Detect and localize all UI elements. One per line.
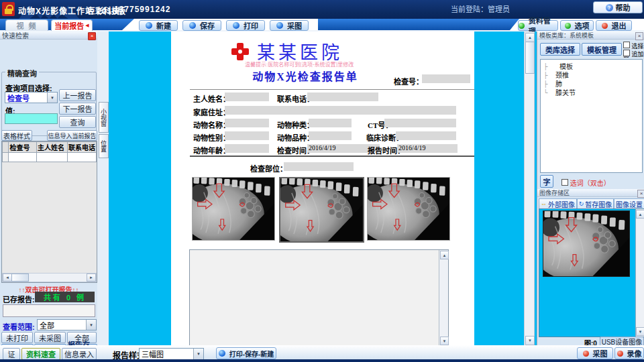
report-list-table[interactable]: 检查号 主人姓名 联系电话 ◄ ►: [1, 141, 97, 283]
options-icon: [565, 23, 571, 29]
panel-close-icon[interactable]: ×: [637, 190, 644, 198]
quick-lookup-tab[interactable]: 资料速查: [21, 348, 60, 360]
image-storage-area: ▲ ▼: [539, 208, 644, 337]
report-page: 某某医院 温馨提示:医院名称可到[选项-系统设置]里修改 动物X光检查报告单 检…: [171, 32, 474, 345]
print-icon: [233, 22, 239, 29]
record-button[interactable]: 录像: [614, 347, 644, 359]
capture-icon: [276, 22, 283, 29]
help-button[interactable]: ? 帮助: [593, 1, 643, 13]
word-select-checkbox[interactable]: 选词（双击）: [561, 178, 610, 188]
table-row[interactable]: [3, 153, 97, 162]
external-images-tab[interactable]: ⇔ 外部图像: [539, 198, 577, 209]
options-button[interactable]: 选项: [560, 20, 594, 31]
template-manage-button[interactable]: 模板管理: [582, 43, 622, 56]
external-images-icon: ⇔: [541, 200, 547, 207]
info-entry-tab[interactable]: 信息录入: [62, 348, 97, 360]
table-hscrollbar[interactable]: ◄ ►: [2, 273, 97, 282]
save-button[interactable]: 保存: [182, 20, 221, 31]
tab-current-report[interactable]: 当前报告 ◀: [51, 19, 93, 31]
query-button[interactable]: 查询: [59, 116, 96, 128]
col-exam-no[interactable]: 检查号: [9, 142, 37, 153]
table-style-button[interactable]: 表格样式: [1, 130, 32, 141]
login-status: 当前登陆：管理员: [451, 3, 510, 14]
exam-no-label: 检查号：: [394, 76, 423, 86]
sex-field[interactable]: [225, 131, 269, 140]
species-field[interactable]: [309, 119, 352, 127]
phone-field[interactable]: [307, 93, 378, 101]
diagnosis-field[interactable]: [396, 131, 456, 140]
prev-report-button[interactable]: 上一报告: [59, 89, 96, 101]
print-button[interactable]: 打印: [226, 20, 265, 31]
import-info-button[interactable]: 信息导入当前报告: [47, 130, 97, 141]
hscroll-thumb[interactable]: [11, 274, 29, 282]
dropdown-arrow-icon[interactable]: ▼: [47, 93, 57, 103]
xray-image-1[interactable]: [192, 177, 275, 241]
char-button[interactable]: 字: [540, 175, 553, 188]
dropdown-arrow-icon[interactable]: ▼: [86, 320, 96, 330]
owner-field[interactable]: [225, 93, 269, 101]
address-field[interactable]: [225, 106, 456, 115]
quick-search-header: 快速检索 ×: [0, 32, 97, 40]
dropdown-arrow-icon[interactable]: ▼: [193, 349, 203, 359]
print-save-new-button[interactable]: 打印-保存-新建: [216, 347, 276, 359]
report-time-field[interactable]: 2016/4/19: [397, 144, 458, 153]
scroll-left-icon[interactable]: ◄: [3, 274, 12, 282]
position-tab[interactable]: 位置: [99, 134, 109, 158]
image-settings-tab[interactable]: 图像设置: [614, 198, 644, 209]
exam-part-label: 检查部位：: [250, 163, 287, 174]
xray-image-3[interactable]: [367, 177, 450, 241]
capture-record-icon: [617, 351, 623, 357]
capture-button[interactable]: 采图: [270, 20, 309, 31]
help-icon: ?: [606, 4, 613, 11]
exit-button[interactable]: 退出: [596, 20, 632, 31]
scroll-up-icon[interactable]: ▲: [440, 251, 449, 259]
textarea-vscrollbar[interactable]: ▲ ▼: [439, 250, 448, 346]
report-style-select[interactable]: 三幅图 ▼: [139, 348, 204, 360]
query-item-select[interactable]: 检查号 ▼: [5, 92, 58, 103]
company-phone: 13775991242: [114, 5, 170, 14]
view-range-select[interactable]: 全部 ▼: [37, 319, 97, 330]
age-field[interactable]: [225, 144, 269, 153]
col-phone[interactable]: 联系电话: [68, 142, 97, 153]
checkbox-icon: [623, 50, 630, 56]
exam-part-field[interactable]: [284, 162, 354, 171]
temp-images-tab[interactable]: ↻ 暂存图像: [577, 198, 614, 209]
new-button[interactable]: 新建: [139, 20, 178, 31]
panel-close-icon[interactable]: ×: [88, 32, 96, 40]
findings-textarea[interactable]: ▲ ▼: [189, 249, 449, 347]
template-panel: 模板类库：系统模板 × 类库选择 模板管理 选择器 追加选入 ├模板 ├颈椎 ├…: [537, 32, 644, 345]
tab-video[interactable]: 视 频: [5, 19, 48, 31]
scroll-right-icon[interactable]: ►: [87, 274, 96, 282]
stored-image-thumbnail[interactable]: [543, 210, 630, 277]
filter-unprinted-button[interactable]: 未打印: [1, 332, 33, 343]
next-report-button[interactable]: 下一报告: [59, 103, 96, 115]
workspace-vscrollbar[interactable]: ▲ ▼: [524, 32, 535, 347]
exam-no-field[interactable]: [422, 74, 470, 83]
vscroll-thumb[interactable]: [525, 42, 535, 74]
scroll-down-icon[interactable]: ▼: [525, 336, 535, 345]
value-input[interactable]: [5, 113, 58, 124]
panel-close-icon[interactable]: ×: [635, 32, 643, 40]
saved-reports-list[interactable]: [3, 304, 95, 317]
scroll-up-icon[interactable]: ▲: [636, 210, 644, 219]
scroll-up-icon[interactable]: ▲: [525, 33, 535, 42]
breed-field[interactable]: [309, 131, 352, 140]
scroll-down-icon[interactable]: ▼: [440, 337, 449, 345]
filter-uncaptured-button[interactable]: 未采图: [34, 332, 66, 343]
data-manage-button[interactable]: 资料管理: [518, 20, 558, 31]
animal-name-field[interactable]: [225, 119, 269, 127]
precise-query-title: 精确查询: [5, 68, 39, 78]
ct-field[interactable]: [384, 119, 456, 127]
small-window-tab[interactable]: 小视窗: [99, 102, 109, 133]
bottom-capture-button[interactable]: 采图: [577, 347, 613, 359]
scroll-down-icon[interactable]: ▼: [636, 327, 644, 336]
storage-vscrollbar[interactable]: ▲ ▼: [635, 209, 644, 337]
bottom-strip: [0, 359, 644, 362]
cert-tab[interactable]: 证: [3, 348, 20, 360]
app-window: 动物X光影像工作站 2016版 巨彩科技 13775991242 当前登陆：管理…: [0, 0, 644, 362]
library-select-button[interactable]: 类库选择: [540, 43, 580, 56]
template-tree[interactable]: ├模板 ├颈椎 ├肺 └膝关节: [540, 59, 643, 173]
xray-image-2[interactable]: [279, 177, 364, 243]
tree-item-knee[interactable]: └膝关节: [541, 88, 642, 97]
col-owner-name[interactable]: 主人姓名: [37, 142, 68, 153]
